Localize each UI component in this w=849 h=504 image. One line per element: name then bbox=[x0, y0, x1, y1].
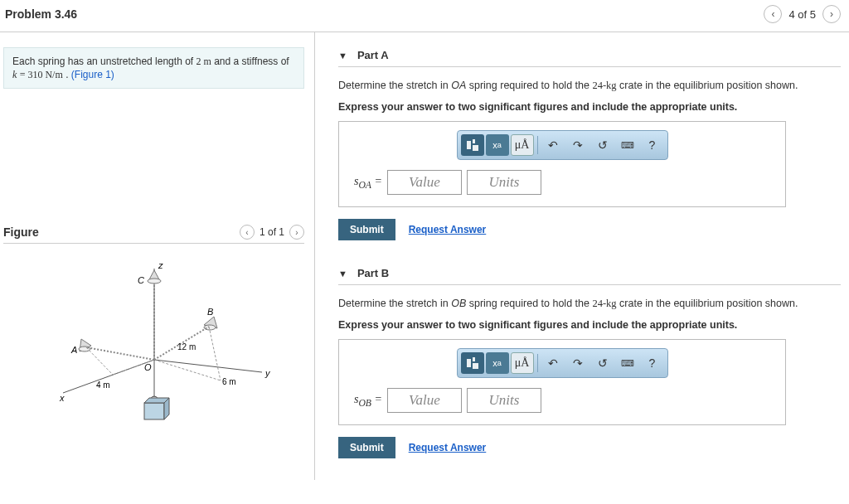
figure-link[interactable]: (Figure 1) bbox=[71, 69, 114, 80]
part-a-var-label: sOA = bbox=[354, 175, 382, 191]
figure-pager: ‹ 1 of 1 › bbox=[240, 225, 304, 240]
svg-line-18 bbox=[209, 327, 221, 380]
redo-button[interactable]: ↷ bbox=[566, 352, 589, 374]
next-problem-button[interactable]: › bbox=[822, 5, 841, 23]
figure-page-text: 1 of 1 bbox=[260, 226, 284, 238]
svg-rect-29 bbox=[473, 357, 475, 361]
redo-button[interactable]: ↷ bbox=[566, 134, 589, 156]
part-b-value-input[interactable]: Value bbox=[387, 388, 462, 413]
collapse-icon[interactable]: ▼ bbox=[338, 51, 347, 61]
part-a-answer-area: xa μÅ ↶ ↷ ↺ ⌨ ? sOA = Value Units bbox=[338, 121, 786, 207]
part-b-prompt: Determine the stretch in OB spring requi… bbox=[338, 297, 841, 312]
prev-problem-button[interactable]: ‹ bbox=[764, 5, 782, 23]
part-b-title: Part B bbox=[357, 267, 389, 279]
svg-text:6 m: 6 m bbox=[222, 377, 236, 386]
part-b-var-label: sOB = bbox=[354, 393, 382, 409]
svg-rect-30 bbox=[473, 363, 478, 369]
problem-pager: ‹ 4 of 5 › bbox=[764, 5, 841, 23]
collapse-icon[interactable]: ▼ bbox=[338, 269, 347, 279]
svg-text:A: A bbox=[70, 345, 77, 355]
part-b-units-input[interactable]: Units bbox=[467, 388, 541, 413]
svg-text:4 m: 4 m bbox=[96, 380, 110, 390]
part-a-submit-button[interactable]: Submit bbox=[338, 219, 395, 240]
reset-button[interactable]: ↺ bbox=[591, 352, 614, 374]
part-a-request-answer-link[interactable]: Request Answer bbox=[409, 224, 487, 235]
svg-rect-26 bbox=[473, 139, 475, 143]
desc-prefix: Each spring has an unstretched length of bbox=[12, 56, 196, 67]
svg-rect-27 bbox=[473, 145, 478, 151]
reset-button[interactable]: ↺ bbox=[591, 134, 614, 156]
part-a: ▼ Part A Determine the stretch in OA spr… bbox=[338, 44, 841, 240]
desc-kvar: k bbox=[12, 69, 17, 80]
desc-kval: = 310 N/m bbox=[20, 69, 63, 80]
toolbar-separator bbox=[537, 136, 538, 154]
help-button[interactable]: ? bbox=[641, 134, 664, 156]
units-mu-button[interactable]: μÅ bbox=[511, 134, 534, 156]
svg-line-17 bbox=[154, 360, 221, 380]
svg-text:C: C bbox=[138, 275, 144, 285]
part-a-value-input[interactable]: Value bbox=[387, 170, 462, 195]
part-a-toolbar: xa μÅ ↶ ↷ ↺ ⌨ ? bbox=[457, 130, 668, 160]
part-a-instructions: Express your answer to two significant f… bbox=[338, 100, 841, 115]
part-a-title: Part A bbox=[357, 49, 389, 61]
keyboard-button[interactable]: ⌨ bbox=[616, 352, 639, 374]
part-b-toolbar: xa μÅ ↶ ↷ ↺ ⌨ ? bbox=[457, 348, 668, 378]
desc-suffix: . bbox=[65, 69, 68, 80]
units-mu-button[interactable]: μÅ bbox=[511, 352, 534, 374]
svg-text:x: x bbox=[59, 393, 65, 403]
figure-diagram: z C B A bbox=[3, 252, 304, 434]
svg-rect-28 bbox=[467, 359, 471, 367]
templates-button[interactable] bbox=[461, 134, 484, 156]
problem-page-text: 4 of 5 bbox=[788, 8, 816, 21]
part-a-units-input[interactable]: Units bbox=[467, 170, 541, 195]
problem-title: Problem 3.46 bbox=[5, 7, 77, 21]
svg-text:O: O bbox=[144, 362, 152, 372]
figure-title: Figure bbox=[3, 225, 39, 239]
part-a-prompt: Determine the stretch in OA spring requi… bbox=[338, 79, 841, 94]
undo-button[interactable]: ↶ bbox=[541, 352, 565, 374]
keyboard-button[interactable]: ⌨ bbox=[616, 134, 639, 156]
desc-mid: and a stiffness of bbox=[214, 56, 289, 67]
symbols-button[interactable]: xa bbox=[486, 352, 509, 374]
templates-button[interactable] bbox=[461, 352, 484, 374]
part-b-instructions: Express your answer to two significant f… bbox=[338, 318, 841, 333]
problem-description: Each spring has an unstretched length of… bbox=[3, 47, 304, 89]
svg-text:12 m: 12 m bbox=[177, 342, 196, 351]
svg-rect-24 bbox=[144, 403, 164, 419]
undo-button[interactable]: ↶ bbox=[541, 134, 565, 156]
svg-line-16 bbox=[86, 347, 113, 375]
part-b: ▼ Part B Determine the stretch in OB spr… bbox=[338, 262, 841, 458]
desc-length: 2 m bbox=[196, 56, 211, 67]
figure-next-button[interactable]: › bbox=[289, 225, 304, 240]
part-b-answer-area: xa μÅ ↶ ↷ ↺ ⌨ ? sOB = Value Units bbox=[338, 339, 786, 425]
svg-text:B: B bbox=[207, 307, 213, 317]
problem-header: Problem 3.46 ‹ 4 of 5 › bbox=[0, 0, 849, 32]
part-b-request-answer-link[interactable]: Request Answer bbox=[409, 442, 487, 453]
svg-line-2 bbox=[154, 360, 262, 372]
part-b-submit-button[interactable]: Submit bbox=[338, 437, 395, 458]
svg-rect-25 bbox=[467, 141, 471, 149]
figure-prev-button[interactable]: ‹ bbox=[240, 225, 255, 240]
axis-z-label: z bbox=[158, 260, 163, 270]
svg-point-3 bbox=[148, 279, 161, 284]
svg-text:y: y bbox=[264, 368, 271, 378]
symbols-button[interactable]: xa bbox=[486, 134, 509, 156]
toolbar-separator bbox=[537, 354, 538, 372]
help-button[interactable]: ? bbox=[641, 352, 664, 374]
